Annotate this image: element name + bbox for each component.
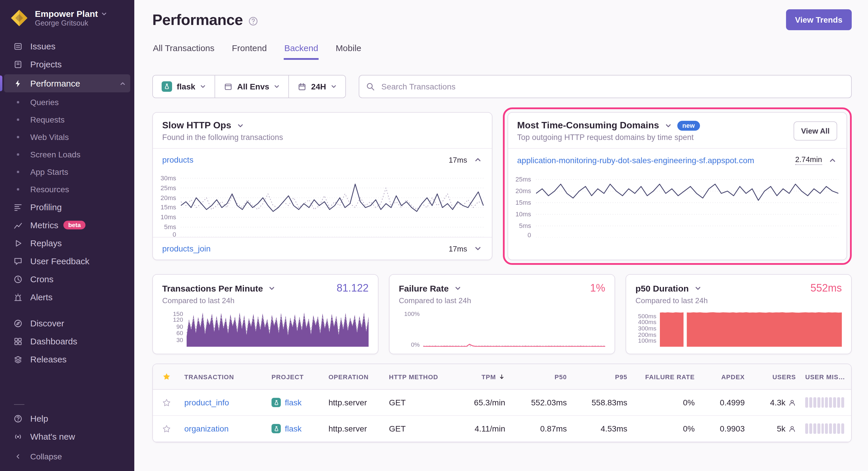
sidebar-item-label: User Feedback xyxy=(30,256,89,266)
column-header-p50[interactable]: P50 xyxy=(510,373,571,380)
sidebar-item-dashboards[interactable]: Dashboards xyxy=(0,332,134,350)
column-header-project[interactable]: PROJECT xyxy=(267,373,324,380)
tab-frontend[interactable]: Frontend xyxy=(231,43,268,60)
environment-filter[interactable]: All Envs xyxy=(215,75,289,98)
chevron-down-icon[interactable] xyxy=(664,121,672,130)
sidebar-item-label: Metrics xyxy=(30,220,58,230)
app-root: Empower Plant George Gritsouk Issues Pro… xyxy=(0,0,868,471)
collapse-toggle-button[interactable] xyxy=(473,155,482,164)
tab-all-transactions[interactable]: All Transactions xyxy=(152,43,215,60)
user-misery-bars xyxy=(805,397,846,408)
metric-value: 81.122 xyxy=(337,282,369,295)
column-header-failure-rate[interactable]: FAILURE RATE xyxy=(632,373,700,380)
help-icon[interactable] xyxy=(248,16,258,26)
column-header-transaction[interactable]: TRANSACTION xyxy=(180,373,267,380)
sidebar: Empower Plant George Gritsouk Issues Pro… xyxy=(0,0,134,471)
view-trends-button[interactable]: View Trends xyxy=(786,9,852,30)
operation-cell: http.server xyxy=(324,424,384,433)
column-header-http-method[interactable]: HTTP METHOD xyxy=(384,373,450,380)
transaction-link-products[interactable]: products xyxy=(162,155,193,164)
view-all-button[interactable]: View All xyxy=(794,122,837,140)
column-header-p95[interactable]: P95 xyxy=(571,373,632,380)
beta-badge: beta xyxy=(64,221,86,229)
sidebar-item-whats-new[interactable]: What's new xyxy=(0,428,134,445)
sidebar-item-label: Web Vitals xyxy=(30,132,69,142)
transactions-table: TRANSACTION PROJECT OPERATION HTTP METHO… xyxy=(152,364,852,442)
sidebar-item-user-feedback[interactable]: User Feedback xyxy=(0,252,134,270)
flask-project-icon xyxy=(272,398,281,407)
user-misery-bars xyxy=(805,424,846,434)
expand-toggle-button[interactable] xyxy=(473,244,482,253)
sidebar-item-label: Performance xyxy=(30,78,80,88)
transaction-link-products-join[interactable]: products_join xyxy=(162,244,211,253)
chevron-down-icon[interactable] xyxy=(268,284,276,293)
chevron-down-icon[interactable] xyxy=(693,284,702,293)
star-toggle-button[interactable] xyxy=(162,398,170,407)
p50-cell: 552.03ms xyxy=(510,398,571,407)
users-cell: 4.3k xyxy=(749,398,801,407)
feedback-icon xyxy=(13,257,23,266)
column-header-tpm[interactable]: TPM xyxy=(450,373,510,380)
table-header-row: TRANSACTION PROJECT OPERATION HTTP METHO… xyxy=(153,364,851,390)
chevron-left-icon xyxy=(13,452,23,461)
transaction-link[interactable]: organization xyxy=(184,424,229,433)
sidebar-item-replays[interactable]: Replays xyxy=(0,234,134,252)
sidebar-collapse-button[interactable]: Collapse xyxy=(0,445,134,468)
star-toggle-button[interactable] xyxy=(162,424,170,433)
chevron-down-icon[interactable] xyxy=(236,121,245,130)
sidebar-item-discover[interactable]: Discover xyxy=(0,314,134,332)
tab-mobile[interactable]: Mobile xyxy=(335,43,362,60)
filter-bar: flask All Envs 24H xyxy=(152,75,852,98)
sidebar-item-issues[interactable]: Issues xyxy=(0,37,134,55)
dashboards-icon xyxy=(13,337,23,346)
project-filter[interactable]: flask xyxy=(153,75,215,98)
org-switcher[interactable]: Empower Plant George Gritsouk xyxy=(0,0,134,34)
collapse-toggle-button[interactable] xyxy=(828,155,837,165)
sidebar-item-label: Alerts xyxy=(30,292,53,302)
line-chart-plot xyxy=(536,175,838,238)
star-column-header[interactable] xyxy=(153,372,180,381)
chevron-down-icon[interactable] xyxy=(454,284,462,293)
sidebar-item-web-vitals[interactable]: Web Vitals xyxy=(0,128,134,146)
sidebar-item-screen-loads[interactable]: Screen Loads xyxy=(0,146,134,163)
sidebar-item-alerts[interactable]: Alerts xyxy=(0,288,134,306)
sidebar-item-crons[interactable]: Crons xyxy=(0,270,134,288)
column-header-operation[interactable]: OPERATION xyxy=(324,373,384,380)
sidebar-item-app-starts[interactable]: App Starts xyxy=(0,163,134,180)
sidebar-item-releases[interactable]: Releases xyxy=(0,350,134,368)
date-range-filter[interactable]: 24H xyxy=(289,75,345,98)
chevron-down-icon xyxy=(331,83,337,90)
page-header: Performance View Trends xyxy=(152,9,852,30)
metric-subtitle: Compared to last 24h xyxy=(399,296,605,305)
column-header-user-misery[interactable]: USER MISERY xyxy=(801,373,851,380)
project-filter-label: flask xyxy=(177,82,195,91)
sidebar-item-help[interactable]: Help xyxy=(0,409,134,428)
area-chart-plot xyxy=(187,311,369,347)
sidebar-item-projects[interactable]: Projects xyxy=(0,55,134,73)
project-link[interactable]: flask xyxy=(285,424,302,433)
transaction-link[interactable]: product_info xyxy=(184,398,229,407)
sidebar-item-resources[interactable]: Resources xyxy=(0,180,134,198)
sidebar-item-profiling[interactable]: Profiling xyxy=(0,198,134,216)
sidebar-item-performance[interactable]: Performance xyxy=(4,74,130,92)
sidebar-item-metrics[interactable]: Metrics beta xyxy=(0,216,134,234)
y-axis-labels: 150120906030 xyxy=(162,311,187,347)
line-chart-plot xyxy=(423,311,605,347)
column-header-users[interactable]: USERS xyxy=(749,373,801,380)
sidebar-item-label: Crons xyxy=(30,274,54,284)
chevron-down-icon xyxy=(101,11,107,16)
releases-icon xyxy=(13,355,23,364)
failure-rate-cell: 0% xyxy=(632,398,700,407)
y-axis-labels: 25ms20ms15ms10ms5ms0 xyxy=(508,175,536,238)
metric-title: Transactions Per Minute xyxy=(162,283,263,293)
sidebar-item-label: Projects xyxy=(30,59,62,69)
sidebar-item-requests[interactable]: Requests xyxy=(0,111,134,128)
search-transactions-input[interactable] xyxy=(359,75,852,98)
domain-link[interactable]: application-monitoring-ruby-dot-sales-en… xyxy=(517,155,754,165)
sidebar-item-queries[interactable]: Queries xyxy=(0,94,134,111)
column-header-apdex[interactable]: APDEX xyxy=(700,373,749,380)
sidebar-nav: Issues Projects Performance Queries Requ… xyxy=(0,34,134,471)
project-link[interactable]: flask xyxy=(285,398,302,407)
tab-backend[interactable]: Backend xyxy=(284,43,319,60)
sidebar-item-label: Queries xyxy=(30,98,59,107)
